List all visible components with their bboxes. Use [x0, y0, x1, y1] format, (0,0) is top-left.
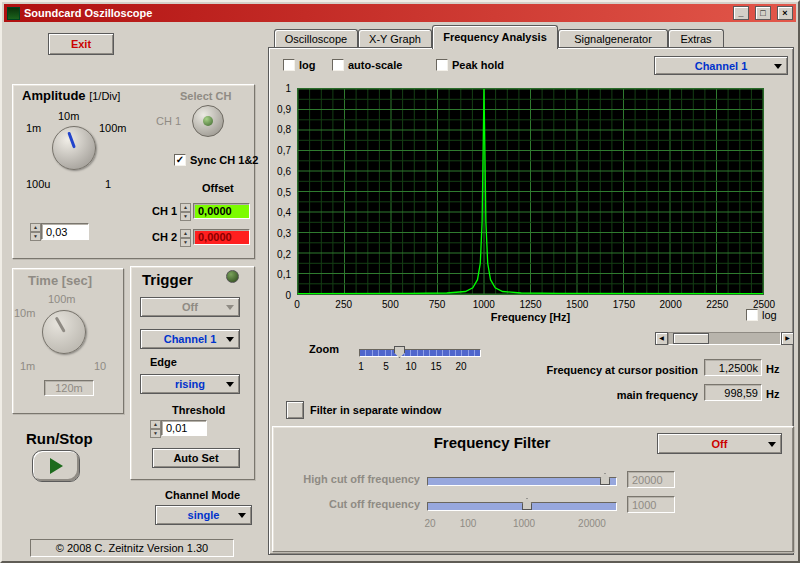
cut-off-value: 1000 [627, 496, 675, 513]
scroll-left-icon[interactable] [655, 332, 668, 345]
y-axis-tick: 0,7 [277, 145, 291, 156]
trigger-edge-dropdown[interactable]: rising [140, 374, 240, 394]
offset-ch1-spinner[interactable] [180, 203, 191, 219]
amp-knob-label-1m: 1m [26, 122, 41, 134]
edge-label: Edge [150, 356, 177, 368]
tab-xy-graph[interactable]: X-Y Graph [358, 29, 432, 49]
main-frequency-label: main frequency [472, 389, 698, 401]
amplitude-spinner[interactable] [30, 223, 41, 240]
x-axis-tick: 750 [429, 299, 446, 310]
offset-ch2-field[interactable]: 0,0000 [193, 229, 250, 245]
run-stop-button[interactable] [32, 450, 80, 482]
threshold-label: Threshold [172, 404, 225, 416]
high-cut-value: 20000 [627, 471, 675, 488]
zoom-tick: 5 [383, 361, 389, 372]
autoscale-checkbox[interactable] [332, 59, 344, 71]
cursor-frequency-unit: Hz [766, 363, 779, 375]
copyright-box: © 2008 C. Zeitnitz Version 1.30 [30, 539, 234, 557]
play-icon [50, 458, 63, 474]
filter-mode-dropdown[interactable]: Off [657, 433, 782, 454]
app-window: Soundcard Oszilloscope _ □ × Exit Amplit… [0, 0, 800, 563]
offset-ch1-label: CH 1 [152, 205, 177, 217]
log-checkbox[interactable] [283, 59, 295, 71]
y-axis-tick: 0 [285, 290, 291, 301]
y-axis: 10,90,80,70,60,50,40,30,20,10 [262, 88, 294, 297]
maximize-button[interactable]: □ [755, 6, 771, 20]
time-knob-label-1m: 1m [20, 360, 35, 372]
spectrum-plot[interactable] [297, 88, 764, 295]
zoom-label: Zoom [309, 343, 339, 355]
copyright-text: © 2008 C. Zeitnitz Version 1.30 [56, 542, 208, 554]
titlebar[interactable]: Soundcard Oszilloscope _ □ × [4, 4, 796, 22]
high-cut-label: High cut off frequency [292, 473, 420, 485]
filter-scale: 20 100 1000 20000 [2, 518, 800, 530]
amp-knob-label-100u: 100u [26, 178, 50, 190]
minimize-button[interactable]: _ [733, 6, 749, 20]
tab-signalgenerator[interactable]: Signalgenerator [558, 29, 668, 49]
y-axis-tick: 0,8 [277, 124, 291, 135]
amplitude-knob[interactable] [52, 126, 96, 170]
scrollbar-thumb[interactable] [673, 333, 709, 344]
filter-scale-tick: 20000 [578, 518, 606, 529]
x-axis-tick: 250 [335, 299, 352, 310]
offset-ch2-spinner[interactable] [180, 229, 191, 245]
zoom-slider-track[interactable] [359, 349, 481, 357]
peak-hold-checkbox-label: Peak hold [452, 59, 504, 71]
time-knob-label-10: 10 [94, 360, 106, 372]
auto-set-button[interactable]: Auto Set [152, 448, 240, 468]
time-value-field[interactable]: 120m [44, 380, 94, 396]
y-axis-tick: 0,2 [277, 249, 291, 260]
amplitude-value-field[interactable]: 0,03 [41, 223, 89, 240]
close-button[interactable]: × [777, 6, 793, 20]
x-axis-tick: 2000 [659, 299, 681, 310]
log-checkbox-label: log [299, 59, 316, 71]
zoom-tick: 20 [455, 361, 466, 372]
autoscale-checkbox-label: auto-scale [348, 59, 402, 71]
amplitude-knob-pointer [67, 132, 76, 149]
select-ch-button[interactable] [192, 105, 224, 137]
main-frequency-unit: Hz [766, 388, 779, 400]
tab-extras[interactable]: Extras [668, 29, 724, 49]
filter-separate-window-label: Filter in separate window [310, 404, 441, 416]
filter-separate-window-button[interactable] [286, 401, 304, 419]
amp-knob-label-100m: 100m [99, 122, 127, 134]
zoom-tick: 15 [430, 361, 441, 372]
peak-hold-checkbox[interactable] [436, 59, 448, 71]
x-axis-tick: 2250 [706, 299, 728, 310]
y-axis-tick: 0,1 [277, 269, 291, 280]
plot-log-checkbox[interactable] [746, 309, 758, 321]
plot-scrollbar[interactable] [655, 332, 794, 345]
select-ch-button-led [203, 116, 213, 126]
sync-checkbox-label: Sync CH 1&2 [190, 154, 258, 166]
amplitude-unit: [1/Div] [89, 90, 120, 102]
high-cut-slider-track[interactable] [427, 477, 617, 486]
plot-log-checkbox-label: log [762, 309, 777, 321]
threshold-field[interactable]: 0,01 [161, 420, 207, 436]
sync-checkbox[interactable] [174, 154, 186, 166]
exit-button[interactable]: Exit [48, 33, 114, 55]
offset-ch1-field[interactable]: 0,0000 [193, 203, 250, 219]
threshold-spinner[interactable] [150, 420, 161, 436]
cursor-frequency-value: 1,2500k [704, 359, 762, 376]
tab-frequency-analysis[interactable]: Frequency Analysis [432, 25, 558, 49]
scrollbar-track[interactable] [668, 332, 781, 345]
tab-oscilloscope[interactable]: Oscilloscope [274, 29, 358, 49]
channel-select-value: Channel 1 [695, 60, 748, 72]
time-knob-pointer [54, 317, 65, 333]
time-knob-label-10m: 10m [14, 307, 35, 319]
filter-mode-value: Off [712, 438, 728, 450]
trigger-mode-value: Off [182, 301, 198, 313]
run-stop-label: Run/Stop [26, 430, 93, 447]
channel-select-dropdown[interactable]: Channel 1 [654, 56, 788, 75]
chevron-down-icon [768, 442, 776, 447]
amplitude-title: Amplitude [22, 88, 86, 103]
trigger-channel-dropdown[interactable]: Channel 1 [140, 329, 240, 349]
trigger-mode-dropdown[interactable]: Off [140, 297, 240, 317]
zoom-scale: 1 5 10 15 20 [359, 361, 481, 373]
chevron-down-icon [226, 382, 234, 387]
frequency-filter-title: Frequency Filter [332, 434, 652, 451]
scroll-right-icon[interactable] [781, 332, 794, 345]
time-knob[interactable] [42, 310, 86, 354]
chevron-down-icon [774, 64, 782, 69]
y-axis-tick: 0,6 [277, 166, 291, 177]
